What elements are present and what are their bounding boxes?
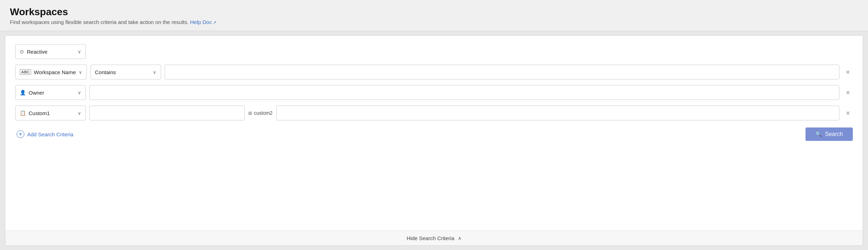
type-dropdown[interactable]: ⊙ Reactive ∨ (15, 44, 86, 59)
add-criteria-label: Add Search Criteria (27, 131, 73, 137)
search-button[interactable]: 🔍 Search (805, 127, 853, 141)
subtitle-text: Find workspaces using flexible search cr… (10, 19, 189, 25)
owner-label: Owner (29, 90, 44, 96)
owner-dropdown[interactable]: 👤 Owner ∨ (15, 85, 86, 100)
remove-workspace-name-button[interactable]: × (843, 67, 853, 77)
filter-row-workspace-name: ABC Workspace Name ∨ Contains ∨ × (15, 65, 853, 79)
workspace-name-icon: ABC (20, 69, 31, 75)
contains-dropdown[interactable]: Contains ∨ (90, 65, 161, 79)
owner-input[interactable] (89, 85, 839, 100)
custom2-label-group: ⊞ custom2 (248, 110, 273, 116)
reactive-icon: ⊙ (20, 49, 24, 54)
hide-search-criteria-bar[interactable]: Hide Search Criteria ∧ (5, 231, 863, 245)
contains-label: Contains (95, 69, 116, 75)
search-icon: 🔍 (815, 131, 822, 137)
owner-icon: 👤 (20, 90, 26, 95)
filter-row-custom1: 📋 Custom1 ∨ ⊞ custom2 × (15, 106, 853, 120)
main-content: ⊙ Reactive ∨ ABC Workspace Name ∨ Contai… (5, 35, 863, 246)
search-label: Search (825, 131, 843, 137)
chevron-down-icon: ∨ (78, 90, 81, 95)
chevron-down-icon: ∨ (78, 49, 81, 54)
page-subtitle: Find workspaces using flexible search cr… (10, 19, 858, 25)
filter-row-type: ⊙ Reactive ∨ (15, 44, 853, 59)
custom1-value1-input[interactable] (89, 106, 245, 120)
actions-row: + Add Search Criteria 🔍 Search (15, 126, 853, 144)
workspace-name-input[interactable] (165, 65, 840, 79)
chevron-down-icon: ∨ (78, 111, 81, 116)
remove-custom1-button[interactable]: × (843, 108, 853, 118)
plus-circle-icon: + (17, 130, 24, 138)
chevron-down-icon: ∨ (79, 70, 82, 75)
search-criteria-area: ⊙ Reactive ∨ ABC Workspace Name ∨ Contai… (5, 36, 863, 231)
external-link-icon: ↗ (213, 20, 216, 25)
page-title: Workspaces (10, 6, 858, 18)
custom1-icon: 📋 (20, 110, 26, 116)
custom2-value-input[interactable] (276, 106, 839, 120)
page-header: Workspaces Find workspaces using flexibl… (0, 0, 868, 31)
custom1-label: Custom1 (29, 110, 50, 116)
chevron-down-icon: ∨ (153, 70, 156, 75)
chevron-up-icon: ∧ (458, 236, 462, 241)
add-search-criteria-button[interactable]: + Add Search Criteria (15, 128, 75, 140)
filter-row-owner: 👤 Owner ∨ × (15, 85, 853, 100)
custom1-dropdown[interactable]: 📋 Custom1 ∨ (15, 106, 86, 120)
hide-criteria-label: Hide Search Criteria (406, 235, 454, 241)
remove-owner-button[interactable]: × (843, 88, 853, 97)
type-label: Reactive (27, 49, 47, 55)
custom2-icon: ⊞ (248, 111, 252, 116)
help-doc-link[interactable]: Help Doc↗ (190, 19, 216, 25)
workspace-name-label: Workspace Name (34, 69, 76, 75)
custom2-text: custom2 (254, 110, 273, 116)
workspace-name-dropdown[interactable]: ABC Workspace Name ∨ (15, 65, 87, 79)
